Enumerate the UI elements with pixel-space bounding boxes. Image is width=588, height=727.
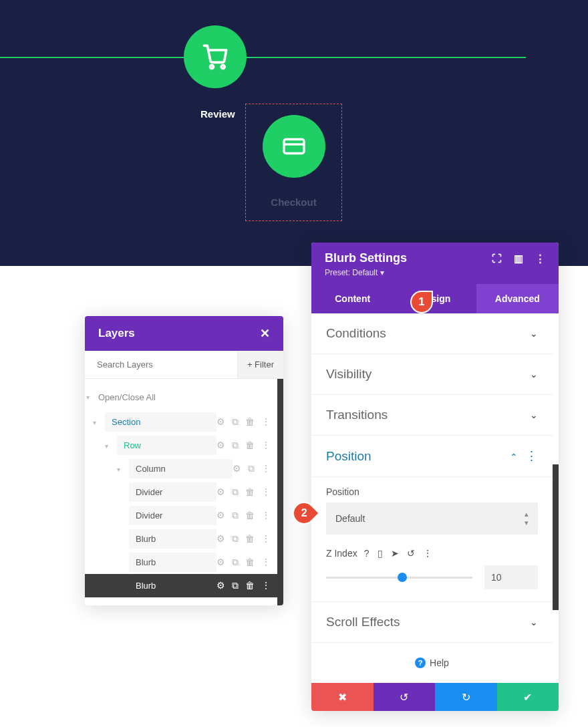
trash-icon[interactable]: 🗑	[245, 533, 255, 545]
tab-content[interactable]: Content	[311, 284, 394, 313]
zindex-input[interactable]	[484, 565, 538, 589]
tree-actions[interactable]: ⚙⧉🗑⋮	[216, 533, 277, 545]
more-icon[interactable]: ⋮	[261, 580, 271, 591]
more-icon[interactable]: ⋮	[423, 548, 432, 559]
checkout-label: Checkout	[271, 196, 316, 208]
more-icon[interactable]: ⋮	[261, 557, 271, 568]
more-icon[interactable]: ⋮	[261, 416, 271, 428]
gear-icon[interactable]: ⚙	[233, 463, 241, 474]
chevron-down-icon: ▾	[86, 394, 93, 400]
search-input[interactable]	[85, 351, 237, 378]
accordion-scroll[interactable]: Scroll Effects ⌄	[311, 601, 553, 643]
settings-title: Blurb Settings	[325, 251, 407, 265]
clone-icon[interactable]: ⧉	[248, 463, 255, 474]
layers-search-bar: + Filter	[85, 351, 283, 379]
more-icon[interactable]: ⋮	[535, 253, 545, 265]
gear-icon[interactable]: ⚙	[216, 557, 225, 568]
tree-row[interactable]: ▾ Row ⚙⧉🗑⋮	[85, 434, 277, 457]
checkout-module-box[interactable]: Checkout	[245, 104, 342, 221]
layers-tree: ▾ Open/Close All ▾ Section ⚙⧉🗑⋮ ▾ Row ⚙⧉…	[85, 379, 277, 605]
help-link[interactable]: ? Help	[311, 643, 553, 683]
tree-actions[interactable]: ⚙⧉🗑⋮	[216, 486, 277, 498]
cart-step-circle	[184, 25, 247, 88]
clone-icon[interactable]: ⧉	[232, 510, 239, 521]
tab-advanced[interactable]: Advanced	[476, 284, 559, 313]
gear-icon[interactable]: ⚙	[216, 510, 225, 521]
tree-actions[interactable]: ⚙⧉🗑⋮	[216, 557, 277, 568]
credit-card-icon	[279, 134, 309, 158]
settings-panel: Blurb Settings ⛶ ▥ ⋮ Preset: Default ▾ C…	[311, 243, 559, 711]
accordion-transitions[interactable]: Transitions ⌄	[311, 395, 553, 436]
gear-icon[interactable]: ⚙	[216, 440, 225, 451]
gear-icon[interactable]: ⚙	[216, 533, 225, 545]
gear-icon[interactable]: ⚙	[216, 580, 225, 591]
more-icon[interactable]: ⋮	[525, 449, 538, 463]
row-label: Row	[117, 436, 216, 455]
preset-label[interactable]: Preset: Default ▾	[325, 268, 545, 277]
tree-actions[interactable]: ⚙⧉🗑⋮	[216, 440, 277, 451]
trash-icon[interactable]: 🗑	[245, 510, 255, 521]
item-label: Blurb	[129, 553, 216, 572]
position-section: Position Default ▴▾ Z Index ? ▯ ➤ ↺ ⋮	[311, 477, 553, 601]
filter-button[interactable]: + Filter	[237, 351, 283, 378]
clone-icon[interactable]: ⧉	[232, 580, 239, 591]
tree-actions[interactable]: ⚙⧉⋮	[233, 463, 277, 474]
tree-actions[interactable]: ⚙⧉🗑⋮	[216, 416, 277, 428]
more-icon[interactable]: ⋮	[261, 440, 271, 451]
expand-icon[interactable]: ⛶	[492, 253, 502, 265]
accordion-conditions[interactable]: Conditions ⌄	[311, 313, 553, 354]
zindex-slider[interactable]	[326, 577, 472, 579]
tree-item-active[interactable]: Blurb ⚙⧉🗑⋮	[85, 574, 277, 597]
clone-icon[interactable]: ⧉	[232, 486, 239, 498]
trash-icon[interactable]: 🗑	[245, 580, 255, 591]
accordion-position[interactable]: Position ⌃ ⋮	[311, 436, 553, 477]
tree-actions[interactable]: ⚙⧉🗑⋮	[216, 580, 277, 591]
reset-icon[interactable]: ↺	[407, 548, 415, 559]
layers-title: Layers	[98, 327, 135, 340]
cursor-icon[interactable]: ➤	[391, 548, 399, 559]
gear-icon[interactable]: ⚙	[216, 486, 225, 498]
tree-item[interactable]: Blurb ⚙⧉🗑⋮	[85, 527, 277, 551]
help-label: Help	[430, 658, 449, 668]
undo-button[interactable]: ↺	[374, 683, 436, 711]
slider-thumb[interactable]	[398, 573, 407, 582]
save-button[interactable]: ✔	[497, 683, 559, 711]
open-close-all[interactable]: ▾ Open/Close All	[85, 387, 277, 410]
tree-column[interactable]: ▾ Column ⚙⧉⋮	[85, 457, 277, 480]
cancel-button[interactable]: ✖	[311, 683, 374, 711]
annotation-1: 1	[410, 291, 433, 313]
position-select[interactable]: Default ▴▾	[326, 502, 538, 535]
help-icon[interactable]: ?	[364, 548, 370, 559]
clone-icon[interactable]: ⧉	[232, 557, 239, 568]
clone-icon[interactable]: ⧉	[232, 533, 239, 545]
layers-panel: Layers ✕ + Filter ▾ Open/Close All ▾ Sec…	[85, 316, 283, 605]
phone-icon[interactable]: ▯	[378, 548, 383, 559]
more-icon[interactable]: ⋮	[261, 486, 271, 498]
scrollbar[interactable]	[553, 464, 559, 610]
columns-icon[interactable]: ▥	[514, 253, 523, 265]
settings-header: Blurb Settings ⛶ ▥ ⋮ Preset: Default ▾	[311, 243, 559, 284]
trash-icon[interactable]: 🗑	[245, 416, 255, 428]
svg-point-0	[210, 65, 214, 69]
tree-section[interactable]: ▾ Section ⚙⧉🗑⋮	[85, 410, 277, 434]
close-icon[interactable]: ✕	[260, 326, 270, 341]
item-label: Divider	[129, 506, 216, 525]
gear-icon[interactable]: ⚙	[216, 416, 225, 428]
tree-item[interactable]: Divider ⚙⧉🗑⋮	[85, 480, 277, 504]
accordion-visibility[interactable]: Visibility ⌄	[311, 354, 553, 395]
more-icon[interactable]: ⋮	[261, 510, 271, 521]
more-icon[interactable]: ⋮	[261, 533, 271, 545]
review-label: Review	[200, 108, 235, 120]
tree-item[interactable]: Divider ⚙⧉🗑⋮	[85, 504, 277, 527]
trash-icon[interactable]: 🗑	[245, 486, 255, 498]
trash-icon[interactable]: 🗑	[245, 440, 255, 451]
redo-button[interactable]: ↻	[435, 683, 497, 711]
tree-item[interactable]: Blurb ⚙⧉🗑⋮	[85, 551, 277, 574]
tree-actions[interactable]: ⚙⧉🗑⋮	[216, 510, 277, 521]
clone-icon[interactable]: ⧉	[232, 416, 239, 428]
more-icon[interactable]: ⋮	[261, 463, 271, 474]
tab-design[interactable]: Design	[394, 284, 476, 313]
scrollbar[interactable]	[277, 379, 283, 605]
trash-icon[interactable]: 🗑	[245, 557, 255, 568]
clone-icon[interactable]: ⧉	[232, 440, 239, 451]
